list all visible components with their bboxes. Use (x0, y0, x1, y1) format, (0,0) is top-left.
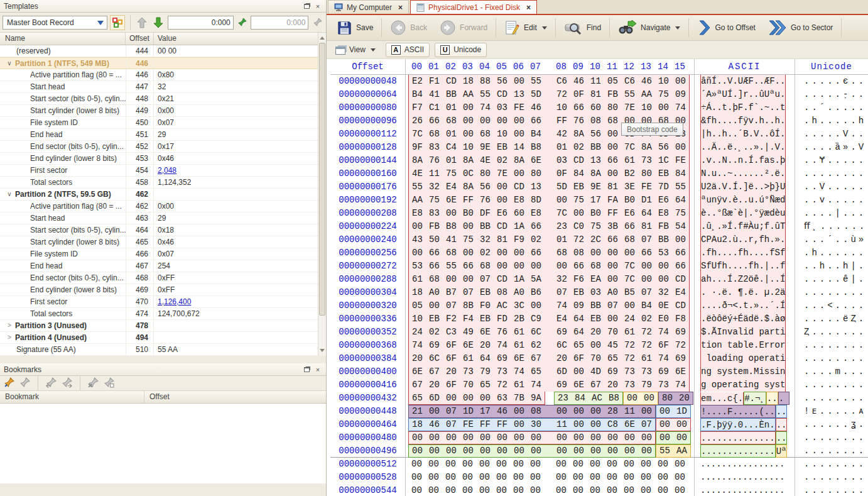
unicode-text[interactable]: ......ʓ. (795, 418, 868, 431)
byte-cell[interactable]: 2C (587, 233, 604, 246)
byte-cell[interactable]: 7C (621, 141, 638, 154)
unicode-text[interactable]: ........ (795, 167, 868, 180)
template-row[interactable]: First sector4701,126,400 (0, 296, 326, 308)
unicode-text[interactable]: ..h..h|. (795, 260, 868, 273)
byte-cell[interactable]: 74 (511, 365, 528, 378)
byte-cell[interactable]: 72 (672, 339, 689, 352)
byte-cell[interactable]: 6E (528, 154, 545, 167)
byte-cell[interactable]: 00 (656, 431, 673, 444)
byte-cell[interactable]: EB (494, 141, 511, 154)
byte-cell[interactable]: 1A (511, 220, 528, 233)
byte-cell[interactable]: B2 (621, 167, 638, 180)
byte-cell[interactable]: 00 (510, 484, 527, 496)
byte-cell[interactable]: EB (426, 312, 443, 326)
byte-cell[interactable]: 69 (553, 378, 570, 392)
byte-cell[interactable]: 00 (494, 246, 511, 260)
unicode-text[interactable]: !ᴇ.....ᴀ (795, 405, 868, 418)
byte-cell[interactable]: 00 (656, 418, 673, 431)
byte-cell[interactable]: C8 (604, 418, 621, 431)
byte-cell[interactable]: 5D (553, 180, 570, 194)
byte-cell[interactable]: 00 (511, 167, 528, 180)
byte-cell[interactable]: 69 (672, 326, 689, 339)
byte-cell[interactable]: E8 (409, 207, 426, 220)
byte-cell[interactable]: 68 (443, 114, 460, 128)
byte-cell[interactable]: 6C (553, 339, 570, 352)
byte-cell[interactable]: 28 (604, 405, 621, 418)
scrollbar-thumb[interactable] (319, 43, 325, 316)
pin-secondary-button[interactable] (311, 16, 323, 30)
template-row[interactable]: End head45129 (0, 129, 326, 141)
byte-cell[interactable]: 69 (426, 339, 443, 352)
ascii-text[interactable]: .fh....fh....fSf (700, 246, 786, 260)
byte-cell[interactable]: B0 (587, 207, 604, 220)
byte-cell[interactable]: 00 (510, 458, 527, 471)
byte-cell[interactable]: 84 (672, 167, 689, 180)
byte-cell[interactable]: 00 (553, 471, 570, 484)
byte-cell[interactable]: FF (494, 418, 511, 431)
byte-cell[interactable]: 00 (476, 484, 493, 496)
byte-cell[interactable]: 00 (604, 246, 621, 260)
byte-cell[interactable]: 00 (494, 444, 511, 458)
byte-cell[interactable]: 10 (638, 101, 655, 114)
byte-cell[interactable]: 83 (426, 207, 443, 220)
byte-cell[interactable]: 32 (426, 180, 443, 194)
byte-cell[interactable]: 07 (638, 418, 655, 431)
byte-cell[interactable]: 00 (570, 207, 587, 220)
byte-cell[interactable]: FB (426, 220, 443, 233)
unicode-text[interactable]: ..v..... (795, 194, 868, 207)
byte-cell[interactable]: 7C (621, 260, 638, 273)
byte-cell[interactable]: 00 (672, 141, 689, 154)
byte-cell[interactable]: AA (460, 88, 477, 101)
ascii-text[interactable]: ................ (700, 484, 784, 496)
byte-cell[interactable]: 68 (426, 128, 443, 141)
byte-cell[interactable]: 66 (460, 260, 477, 273)
byte-cell[interactable]: 72 (621, 339, 638, 352)
byte-cell[interactable]: 00 (493, 484, 510, 496)
byte-cell[interactable]: C3 (443, 326, 460, 339)
byte-cell[interactable]: AC (589, 392, 605, 405)
unicode-text[interactable]: ..V..... (795, 180, 868, 194)
edit-button[interactable]: Edit (498, 17, 553, 38)
ascii-text[interactable]: ´A»ªUÍ.]r..ûUªu. (700, 88, 786, 101)
byte-cell[interactable]: 65 (409, 392, 426, 405)
byte-cell[interactable]: 00 (494, 431, 511, 444)
navigate-button[interactable]: Navigate (612, 17, 686, 38)
byte-cell[interactable]: 8A (409, 154, 426, 167)
byte-cell[interactable]: 30 (528, 418, 545, 431)
byte-cell[interactable]: 75 (587, 220, 604, 233)
byte-cell[interactable]: 1D (673, 405, 690, 418)
byte-cell[interactable]: 00 (408, 458, 425, 471)
byte-cell[interactable]: 00 (527, 484, 544, 496)
byte-cell[interactable]: 66 (604, 154, 621, 167)
byte-cell[interactable]: CD (494, 88, 511, 101)
ascii-text[interactable]: SfUfh....fh.|..f (700, 260, 786, 273)
ascii-text[interactable]: ªunÿv.è..u.ú°Ñæd (700, 194, 786, 207)
template-row[interactable]: End head467254 (0, 260, 326, 272)
byte-cell[interactable]: 03 (553, 154, 570, 167)
byte-cell[interactable]: 00 (511, 260, 528, 273)
byte-cell[interactable]: 43 (409, 233, 426, 246)
byte-cell[interactable]: CD (570, 154, 587, 167)
bookmarks-grid-header[interactable]: Bookmark Offset (0, 391, 326, 404)
ascii-text[interactable]: .............. (700, 431, 776, 444)
byte-cell[interactable]: 00 (528, 444, 545, 458)
byte-cell[interactable]: 00 (604, 167, 621, 180)
byte-cell[interactable]: 7D (655, 180, 672, 194)
byte-cell[interactable]: 81 (494, 233, 511, 246)
ascii-text[interactable]: .ëòôëý+Éädë.$.àø (700, 312, 786, 326)
byte-cell[interactable]: 00 (637, 484, 654, 496)
byte-cell[interactable]: 8B (460, 299, 477, 312)
column-header-value[interactable]: Value (154, 33, 326, 45)
byte-cell[interactable]: 20 (426, 378, 443, 392)
byte-cell[interactable]: 75 (426, 194, 443, 207)
unicode-text[interactable]: ....ȁ».V (795, 141, 868, 154)
byte-cell[interactable]: 63 (494, 392, 511, 405)
byte-cell[interactable]: EB (477, 286, 494, 299)
byte-cell[interactable]: 49 (460, 326, 477, 339)
byte-cell[interactable]: 00 (511, 75, 528, 88)
byte-cell[interactable]: 74 (528, 378, 545, 392)
byte-cell[interactable]: AA (673, 444, 690, 458)
byte-cell[interactable]: 68 (426, 273, 443, 286)
byte-cell[interactable]: 05 (604, 75, 621, 88)
byte-cell[interactable]: 00 (671, 471, 688, 484)
